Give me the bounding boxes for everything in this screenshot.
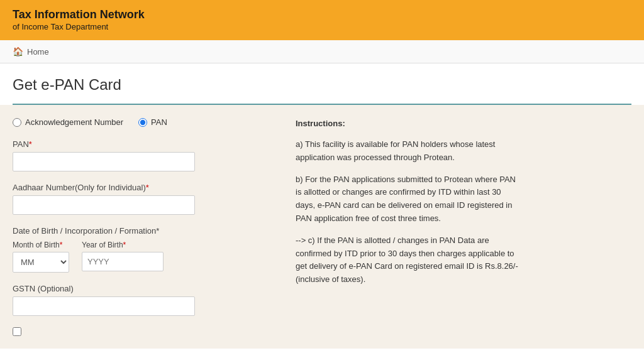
breadcrumb-home[interactable]: Home bbox=[27, 47, 49, 57]
home-icon: 🏠 bbox=[13, 46, 23, 57]
terms-checkbox[interactable] bbox=[13, 327, 21, 336]
radio-acknowledgement-label: Acknowledgement Number bbox=[25, 117, 123, 127]
month-field: Month of Birth* MM 01 02 03 04 05 06 07 … bbox=[13, 241, 69, 273]
logo: Tax Information Network of Income Tax De… bbox=[13, 8, 145, 33]
instruction-a-prefix: a) bbox=[296, 139, 303, 149]
month-select[interactable]: MM 01 02 03 04 05 06 07 08 09 10 11 12 bbox=[13, 252, 69, 273]
dob-section-label: Date of Birth / Incorporation / Formatio… bbox=[13, 226, 277, 236]
radio-group: Acknowledgement Number PAN bbox=[13, 117, 277, 127]
aadhaar-group: Aadhaar Number(Only for Individual)* bbox=[13, 183, 277, 215]
gstn-label: GSTN (Optional) bbox=[13, 284, 277, 293]
instruction-c: --> c) If the PAN is allotted / changes … bbox=[296, 234, 522, 286]
page-title: Get e-PAN Card bbox=[13, 76, 631, 94]
radio-acknowledgement[interactable]: Acknowledgement Number bbox=[13, 117, 123, 127]
instructions-title: Instructions: bbox=[296, 117, 522, 131]
form-panel: Acknowledgement Number PAN PAN* Aadhaar … bbox=[13, 117, 277, 336]
header: Tax Information Network of Income Tax De… bbox=[0, 0, 644, 40]
instruction-a-text: This facility is available for PAN holde… bbox=[296, 139, 495, 162]
logo-line2: of Income Tax Department bbox=[13, 22, 145, 33]
checkbox-row bbox=[13, 326, 277, 336]
aadhaar-label: Aadhaar Number(Only for Individual)* bbox=[13, 183, 277, 192]
instruction-b-prefix: b) bbox=[296, 175, 303, 184]
gstn-input[interactable] bbox=[13, 296, 195, 316]
instruction-b-text: For the PAN applications submitted to Pr… bbox=[296, 175, 516, 223]
instruction-c-text: If the PAN is allotted / changes in PAN … bbox=[296, 236, 518, 284]
month-label: Month of Birth* bbox=[13, 241, 69, 249]
dob-fields: Month of Birth* MM 01 02 03 04 05 06 07 … bbox=[13, 241, 277, 273]
breadcrumb: 🏠 Home bbox=[0, 40, 644, 63]
instruction-b: b) For the PAN applications submitted to… bbox=[296, 173, 522, 225]
instruction-c-prefix: --> c) bbox=[296, 236, 315, 245]
pan-input[interactable] bbox=[13, 152, 195, 171]
main-area: Acknowledgement Number PAN PAN* Aadhaar … bbox=[0, 105, 644, 349]
year-input[interactable] bbox=[82, 252, 164, 271]
gstn-group: GSTN (Optional) bbox=[13, 284, 277, 316]
dob-section: Date of Birth / Incorporation / Formatio… bbox=[13, 226, 277, 273]
year-field: Year of Birth* bbox=[82, 241, 164, 271]
instructions-panel: Instructions: a) This facility is availa… bbox=[296, 117, 522, 336]
pan-label: PAN* bbox=[13, 139, 277, 149]
pan-group: PAN* bbox=[13, 139, 277, 171]
radio-pan[interactable]: PAN bbox=[138, 117, 167, 127]
radio-acknowledgement-input[interactable] bbox=[13, 118, 21, 127]
radio-pan-input[interactable] bbox=[138, 118, 147, 127]
aadhaar-input[interactable] bbox=[13, 195, 195, 215]
radio-pan-label: PAN bbox=[151, 117, 167, 127]
page-content: Get e-PAN Card bbox=[0, 63, 644, 105]
year-label: Year of Birth* bbox=[82, 241, 164, 249]
logo-line1: Tax Information Network bbox=[13, 8, 145, 22]
instruction-a: a) This facility is available for PAN ho… bbox=[296, 138, 522, 165]
